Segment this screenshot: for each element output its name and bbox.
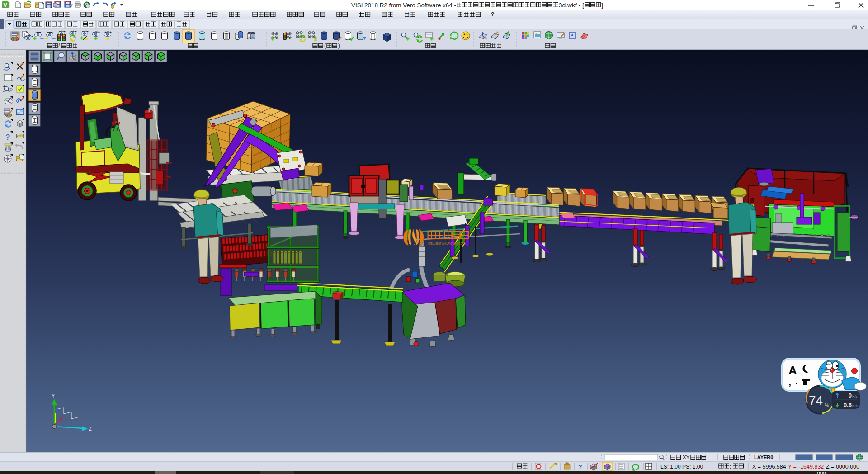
svg-text:X = 5996.584: X = 5996.584 <box>752 464 786 470</box>
svg-text:?: ? <box>491 11 495 18</box>
svg-text:XY: XY <box>683 455 690 460</box>
svg-text:K/s: K/s <box>852 394 858 398</box>
svg-text:,: , <box>788 376 791 388</box>
svg-text:LS: 1.00 PS: 1.00: LS: 1.00 PS: 1.00 <box>660 464 703 470</box>
svg-text:74: 74 <box>809 393 823 408</box>
svg-text:]: ] <box>602 2 603 9</box>
svg-text:?: ? <box>5 133 10 142</box>
svg-text:%: % <box>825 403 829 408</box>
svg-text:(: ( <box>324 43 326 49</box>
svg-text::: : <box>730 464 731 470</box>
svg-text:Z = 0000.000: Z = 0000.000 <box>826 464 859 470</box>
svg-text:0.6: 0.6 <box>844 402 852 408</box>
svg-text:0: 0 <box>849 392 852 399</box>
svg-text:INTELLIGENT MANUFACTURING DATA: INTELLIGENT MANUFACTURING DATA <box>428 242 466 245</box>
svg-text:15:55: 15:55 <box>816 471 827 474</box>
svg-text:+: + <box>3 85 5 89</box>
svg-text:A: A <box>788 364 797 377</box>
svg-text:?: ? <box>578 463 582 470</box>
svg-text:VISI 2018 R2 from Vero Softwar: VISI 2018 R2 from Vero Software x64 - <box>351 2 456 9</box>
svg-text:): ) <box>338 43 340 49</box>
svg-text:Y: Y <box>52 393 55 398</box>
svg-text:LAYER0: LAYER0 <box>754 455 773 460</box>
svg-text:Y =: Y = <box>788 464 797 470</box>
svg-text:V: V <box>3 2 7 9</box>
svg-text:K/s: K/s <box>852 404 858 408</box>
svg-text:-1649.832: -1649.832 <box>798 464 824 470</box>
svg-text:-: - <box>3 89 5 93</box>
svg-text:Z: Z <box>89 426 92 431</box>
svg-text:3d.wkf - [: 3d.wkf - [ <box>559 2 585 9</box>
